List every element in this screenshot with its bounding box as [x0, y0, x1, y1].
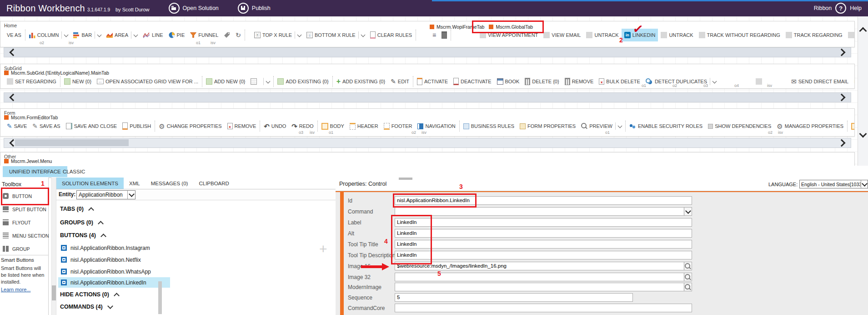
scrollbar-thumb[interactable] [399, 178, 412, 180]
ribbon-button-line[interactable]: LINE [140, 30, 166, 41]
ribbon-button-bar[interactable]: BAR [70, 30, 104, 41]
scroll-up-icon[interactable] [859, 27, 867, 35]
tree-group-groups-0[interactable]: GROUPS (0) [60, 219, 103, 226]
entity-select[interactable]: ApplicationRibbon [76, 190, 135, 199]
vertical-scrollbar[interactable] [858, 16, 868, 166]
ribbon-button-area[interactable]: AREA [104, 30, 140, 41]
property-label: Id [348, 198, 352, 204]
scroll-right-icon[interactable] [838, 49, 846, 56]
tab-xml[interactable]: XML [124, 178, 146, 189]
group-scale-label: o2 [40, 41, 44, 45]
horizontal-scrollbar[interactable] [4, 138, 851, 148]
ribbon-button-label: HEADER [357, 123, 378, 129]
open-solution-button[interactable]: Open Solution [169, 3, 219, 14]
property-input-tool-tip-description[interactable]: LinkedIn [395, 251, 692, 259]
property-input-alt[interactable]: LinkedIn [395, 229, 692, 238]
ribbon-button-column[interactable]: COLUMN [26, 30, 71, 41]
scrollbar-thumb[interactable] [52, 285, 56, 300]
ribbon-button-clear-rules[interactable]: CLEAR RULES [367, 30, 415, 41]
tree-group-commands-4[interactable]: COMMANDS (4) [60, 304, 112, 310]
property-input-commandcore[interactable] [395, 304, 692, 312]
ribbon-menu-label[interactable]: Ribbon [814, 5, 832, 11]
ribbon-button-track-with[interactable]: TRACK WITH [845, 30, 854, 41]
toolbox-item-menu-section[interactable]: MENU SECTION [3, 233, 49, 239]
ribbon-button-untrack[interactable]: UNTRACK [658, 30, 696, 41]
ribbon-button-tag[interactable] [221, 30, 233, 41]
tree-group-hide-actions-0[interactable]: HIDE ACTIONS (0) [60, 291, 119, 298]
ribbon-button-label: FOOTER [391, 123, 412, 129]
scroll-left-icon[interactable] [10, 94, 17, 102]
scroll-left-icon[interactable] [10, 49, 17, 56]
tree-group-tabs-0[interactable]: TABS (0) [60, 206, 93, 212]
property-input-sequence[interactable]: 5 [395, 293, 633, 302]
language-select[interactable]: English - United States[1033] [799, 180, 868, 188]
add-button[interactable]: + [319, 241, 327, 257]
dropdown-button[interactable] [127, 191, 135, 199]
property-value: LinkedIn [397, 241, 416, 247]
tree-scrollbar[interactable] [158, 281, 162, 314]
tab-messages[interactable]: MESSAGES (0) [146, 178, 194, 189]
help-icon[interactable]: ? [835, 3, 846, 14]
learn-more-link[interactable]: Learn more... [1, 287, 30, 292]
tree-item-nisl-applicationribbon-linkedin[interactable]: nisl.ApplicationRibbon.LinkedIn [58, 277, 170, 288]
ribbon-button-view-email[interactable]: VIEW EMAIL [541, 30, 583, 41]
ribbon-button-untrack[interactable]: UNTRACK [583, 30, 621, 41]
refresh-icon: ↻ [236, 32, 241, 38]
toolbox-item-group[interactable]: GROUP [3, 246, 30, 252]
scroll-down-icon[interactable] [859, 130, 867, 138]
help-label[interactable]: Help [850, 5, 862, 11]
lookup-button[interactable] [684, 262, 692, 270]
tree-item-nisl-applicationribbon-whatsapp[interactable]: nisl.ApplicationRibbon.WhatsApp [58, 266, 170, 277]
scroll-right-icon[interactable] [838, 94, 846, 102]
lookup-button[interactable] [684, 283, 692, 291]
tab-color-swatch-icon [4, 115, 9, 120]
linkedin-icon: in [624, 32, 631, 38]
ribbon-button-refresh[interactable]: ↻ [233, 30, 244, 41]
chevron-down-icon [685, 208, 691, 214]
scrollbar-thumb[interactable] [15, 139, 129, 146]
property-value: LinkedIn [397, 219, 416, 225]
section-scale-labels: o1o2o3o4isv [0, 83, 854, 88]
tab-solution-elements[interactable]: SOLUTION ELEMENTS [56, 178, 124, 189]
ribbon-button-funnel[interactable]: FUNNEL [187, 30, 221, 41]
publish-button[interactable]: Publish [238, 3, 271, 14]
tree-group-buttons-4[interactable]: BUTTONS (4) [60, 232, 105, 239]
tree-group-label: TABS (0) [60, 206, 84, 212]
property-input-id[interactable]: nisl.ApplicationRibbon.LinkedIn [395, 196, 692, 205]
tree-item-nisl-applicationribbon-netflix[interactable]: nisl.ApplicationRibbon.Netflix [58, 254, 170, 265]
ribbon-button-track-without-regarding[interactable]: TRACK WITHOUT REGARDING [696, 30, 783, 41]
publish-label: Publish [252, 5, 271, 11]
ribbon-button-bottom-x-rule[interactable]: ↓BOTTOM X RULE [304, 30, 367, 41]
lookup-button[interactable] [684, 273, 692, 281]
toolbox-item-button[interactable]: BUTTON [3, 193, 32, 199]
property-input-modernimage[interactable] [395, 283, 692, 291]
property-input-command[interactable] [395, 207, 692, 216]
dropdown-button[interactable] [684, 208, 692, 215]
ribbon-button-top-x-rule[interactable]: ↑TOP X RULE [251, 30, 304, 41]
toolbox-item-flyout[interactable]: FLYOUT [3, 219, 31, 225]
bar-icon [73, 32, 80, 38]
property-input-image-16[interactable]: $webresource:msdyn_/Images/linkedIn_16.p… [395, 262, 692, 270]
property-input-label[interactable]: LinkedIn [395, 218, 692, 227]
ribbon-button-binrun[interactable] [439, 30, 450, 41]
ribbon-button-ve-as[interactable]: VE AS [4, 30, 24, 41]
tab-clipboard[interactable]: CLIPBOARD [193, 178, 234, 189]
toolbox-item-split-button[interactable]: SPLIT BUTTON [3, 206, 46, 212]
toolbox-scrollbar[interactable] [51, 178, 56, 315]
tab-classic[interactable]: CLASSIC [56, 166, 91, 177]
section-scale-labels [0, 152, 854, 157]
property-input-tool-tip-title[interactable]: LinkedIn [395, 240, 692, 249]
ribbon-button-listundo[interactable]: ≡ [430, 30, 439, 41]
horizontal-scrollbar[interactable] [4, 92, 851, 102]
ribbon-button-track-regarding[interactable]: TRACK REGARDING [783, 30, 845, 41]
tree-item-nisl-applicationribbon-instagram[interactable]: nisl.ApplicationRibbon.Instagram [58, 243, 170, 253]
ribbon-button-view-appointment[interactable]: VIEW APPOINTMENT [477, 30, 541, 41]
ribbon-button-pie[interactable]: PIE [166, 30, 188, 41]
redo-icon: ↷ [291, 123, 297, 130]
dot-icon [708, 124, 713, 129]
dropdown-button[interactable] [861, 180, 868, 188]
property-label: Label [348, 219, 361, 226]
scroll-right-icon[interactable] [838, 139, 846, 147]
solution-elements-panel: SOLUTION ELEMENTS XML MESSAGES (0) CLIPB… [56, 178, 336, 315]
horizontal-scrollbar[interactable] [4, 47, 851, 57]
